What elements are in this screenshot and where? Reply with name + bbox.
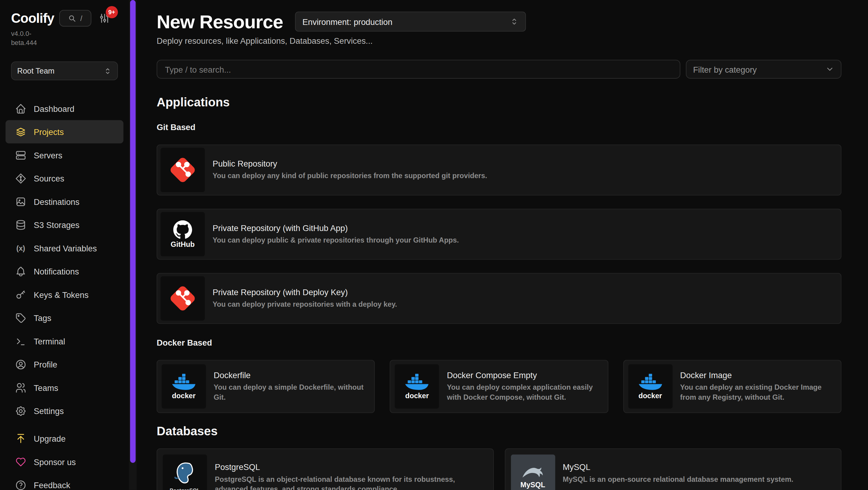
- sidebar-item-terminal[interactable]: Terminal: [5, 330, 123, 353]
- docker-wordmark: docker: [172, 392, 196, 399]
- sidebar-item-label: Dashboard: [34, 104, 74, 113]
- sidebar-item-profile[interactable]: Profile: [5, 353, 123, 376]
- sidebar: Coolify / 9+ v4.0.0-beta.444 Root Team D…: [0, 0, 129, 490]
- card-description: PostgreSQL is an object-relational datab…: [215, 474, 488, 490]
- card-title: Private Repository (with GitHub App): [212, 223, 459, 233]
- sidebar-item-sources[interactable]: Sources: [5, 167, 123, 190]
- sidebar-item-sponsor[interactable]: Sponsor us: [5, 450, 123, 473]
- card-title: MySQL: [563, 462, 793, 472]
- scrollbar-thumb[interactable]: [130, 0, 135, 463]
- category-filter-label: Filter by category: [693, 64, 757, 74]
- brand-row: Coolify / 9+: [0, 0, 129, 26]
- resource-card-postgresql[interactable]: PostgreSQL PostgreSQL PostgreSQL is an o…: [157, 448, 493, 490]
- page-title: New Resource: [157, 10, 283, 33]
- resource-card-mysql[interactable]: MySQL MySQL MySQL is an open-source rela…: [504, 448, 841, 490]
- resource-card-private-repository-github-app[interactable]: GitHub Private Repository (with GitHub A…: [157, 209, 841, 260]
- sidebar-item-label: Profile: [34, 360, 57, 369]
- sidebar-item-notifications[interactable]: Notifications: [5, 260, 123, 283]
- sidebar-item-projects[interactable]: Projects: [5, 120, 123, 144]
- docker-wordmark: docker: [639, 392, 662, 399]
- sidebar-item-servers[interactable]: Servers: [5, 144, 123, 166]
- sidebar-nav: Dashboard Projects Servers Sources Desti…: [0, 97, 129, 490]
- card-description: You can deploy any kind of public reposi…: [212, 171, 487, 181]
- resource-card-private-repository-deploy-key[interactable]: Private Repository (with Deploy Key) You…: [157, 273, 841, 324]
- environment-selector[interactable]: Environment: production: [295, 11, 526, 32]
- mysql-wordmark: MySQL: [520, 481, 545, 488]
- chevron-down-icon: [826, 65, 834, 73]
- mysql-icon: [521, 465, 545, 479]
- resource-toolbar: Filter by category: [157, 60, 841, 79]
- notification-count-badge[interactable]: 9+: [106, 6, 118, 18]
- user-circle-icon: [15, 359, 26, 370]
- docker-cards-row: docker Dockerfile You can deploy a simpl…: [157, 360, 841, 413]
- chevron-updown-icon: [104, 67, 112, 75]
- sidebar-item-dashboard[interactable]: Dashboard: [5, 97, 123, 120]
- git-based-subsection-title: Git Based: [157, 122, 841, 132]
- card-title: PostgreSQL: [215, 462, 488, 472]
- sidebar-item-label: Upgrade: [34, 434, 66, 443]
- sidebar-item-teams[interactable]: Teams: [5, 376, 123, 399]
- docker-logo-tile: docker: [395, 364, 439, 408]
- docker-logo-tile: docker: [628, 364, 673, 408]
- github-logo-tile: GitHub: [160, 212, 205, 256]
- sidebar-item-label: Sponsor us: [34, 457, 76, 467]
- sidebar-item-feedback[interactable]: Feedback: [5, 473, 123, 490]
- sidebar-item-label: Terminal: [34, 336, 65, 346]
- sidebar-item-destinations[interactable]: Destinations: [5, 190, 123, 213]
- sidebar-item-label: Keys & Tokens: [34, 290, 88, 299]
- home-icon: [15, 103, 26, 115]
- docker-icon: [403, 374, 432, 390]
- resource-card-dockerfile[interactable]: docker Dockerfile You can deploy a simpl…: [157, 360, 375, 413]
- chevron-updown-icon: [510, 17, 519, 26]
- card-title: Private Repository (with Deploy Key): [212, 287, 397, 297]
- users-icon: [15, 382, 26, 394]
- card-title: Docker Compose Empty: [447, 371, 603, 380]
- notifications-settings-button[interactable]: 9+: [98, 12, 111, 24]
- github-icon: [173, 220, 192, 239]
- database-icon: [15, 219, 26, 231]
- sidebar-item-keys-tokens[interactable]: Keys & Tokens: [5, 283, 123, 306]
- layers-icon: [15, 126, 26, 138]
- card-title: Dockerfile: [214, 371, 370, 380]
- github-wordmark: GitHub: [171, 241, 195, 248]
- sidebar-item-label: S3 Storages: [34, 220, 79, 230]
- key-icon: [15, 289, 26, 301]
- search-icon: [68, 14, 76, 22]
- git-icon: [167, 283, 198, 314]
- team-selector[interactable]: Root Team: [11, 62, 118, 81]
- database-cards-row: PostgreSQL PostgreSQL PostgreSQL is an o…: [157, 448, 841, 490]
- category-filter-select[interactable]: Filter by category: [686, 60, 842, 79]
- sidebar-item-s3-storages[interactable]: S3 Storages: [5, 213, 123, 237]
- terminal-icon: [15, 336, 26, 347]
- sidebar-item-settings[interactable]: Settings: [5, 399, 123, 423]
- sidebar-item-tags[interactable]: Tags: [5, 306, 123, 330]
- applications-section-title: Applications: [157, 95, 841, 110]
- gear-icon: [15, 405, 26, 417]
- mysql-logo-tile: MySQL: [510, 454, 555, 490]
- app-logo: Coolify: [11, 11, 54, 26]
- docker-icon: [636, 374, 665, 390]
- resource-card-docker-compose-empty[interactable]: docker Docker Compose Empty You can depl…: [390, 360, 608, 413]
- bell-icon: [15, 266, 26, 277]
- resource-card-docker-image[interactable]: docker Docker Image You can deploy an ex…: [623, 360, 841, 413]
- heart-icon: [15, 456, 26, 468]
- sidebar-item-shared-variables[interactable]: (x) Shared Variables: [5, 237, 123, 259]
- main-content: New Resource Environment: production Dep…: [137, 0, 868, 490]
- postgresql-icon: [172, 461, 197, 486]
- card-description: You can deploy private repositories with…: [212, 300, 397, 309]
- sidebar-item-upgrade[interactable]: Upgrade: [5, 427, 123, 450]
- docker-wordmark: docker: [405, 392, 429, 399]
- page-subtitle: Deploy resources, like Applications, Dat…: [157, 36, 841, 45]
- resource-card-public-repository[interactable]: Public Repository You can deploy any kin…: [157, 144, 841, 195]
- git-diamond-icon: [15, 173, 26, 184]
- destination-icon: [15, 196, 26, 208]
- global-search-button[interactable]: /: [59, 10, 91, 27]
- card-title: Docker Image: [680, 371, 836, 380]
- sidebar-item-label: Sources: [34, 174, 64, 183]
- tag-icon: [15, 312, 26, 324]
- sidebar-item-label: Projects: [34, 127, 64, 137]
- sidebar-item-label: Shared Variables: [34, 243, 97, 253]
- search-input[interactable]: [157, 60, 680, 79]
- card-description: You can deploy a simple Dockerfile, with…: [214, 383, 370, 402]
- sidebar-item-label: Feedback: [34, 481, 70, 490]
